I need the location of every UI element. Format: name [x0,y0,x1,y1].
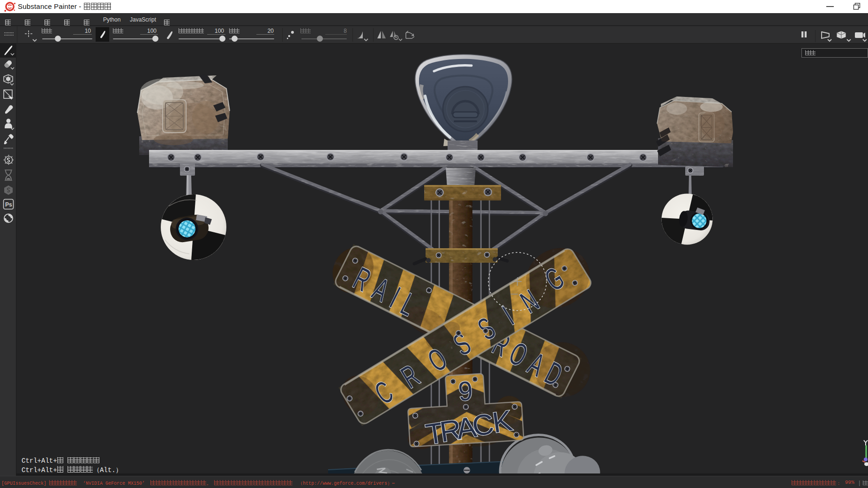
svg-text:Ps: Ps [5,201,12,208]
svg-text:9: 9 [457,376,474,407]
